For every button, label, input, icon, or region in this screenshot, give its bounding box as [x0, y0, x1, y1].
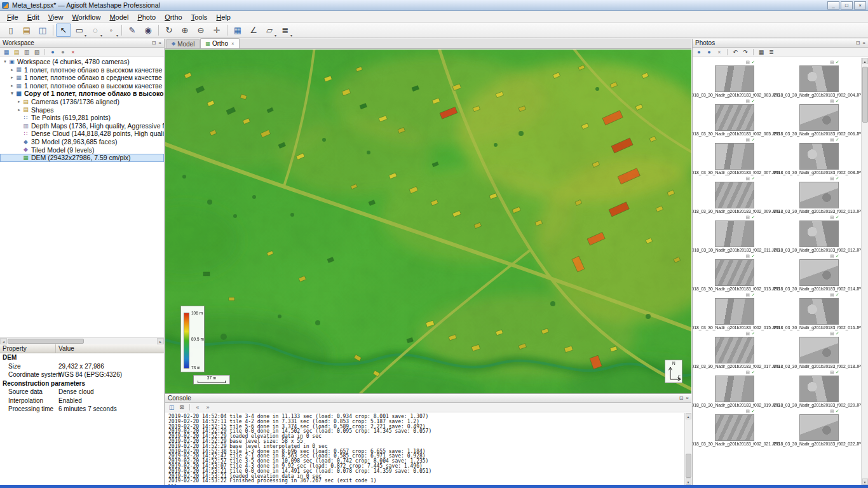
tree-item[interactable]: ∷Dense Cloud (144,818,428 points, High q…: [0, 130, 164, 138]
expand-arrow-icon[interactable]: ▾: [2, 58, 8, 66]
menu-photo[interactable]: Photo: [133, 12, 160, 22]
photo-thumbnail[interactable]: [715, 143, 754, 170]
expand-arrow-icon[interactable]: ▸: [9, 74, 15, 82]
import-button[interactable]: ▥: [22, 48, 31, 57]
tree-item[interactable]: ▾▦Copy of 1 полет, плотное облако в высо…: [0, 90, 164, 98]
photo-thumbnail[interactable]: [799, 376, 839, 402]
photo-item[interactable]: ▤✓2018_03_30_Nadir_g201b20183_f002_004.J…: [777, 60, 861, 97]
menu-file[interactable]: File: [3, 12, 23, 22]
tree-item[interactable]: ◆3D Model (28,963,685 faces): [0, 138, 164, 146]
menu-ortho[interactable]: Ortho: [160, 12, 187, 22]
view-mode-button[interactable]: ▦: [757, 48, 766, 57]
tree-item[interactable]: ∷Tie Points (619,281 points): [0, 114, 164, 122]
photo-thumbnail[interactable]: [715, 220, 754, 247]
menu-workflow[interactable]: Workflow: [67, 12, 105, 22]
rotate-left-button[interactable]: ↶: [731, 48, 740, 57]
photo-thumbnail[interactable]: [715, 337, 754, 363]
scrollbar-thumb[interactable]: [8, 339, 84, 344]
expand-arrow-icon[interactable]: ▸: [16, 106, 22, 114]
tab-ortho[interactable]: ▦Ortho×: [200, 38, 239, 48]
rect-select-button[interactable]: ▭▾: [72, 24, 87, 37]
ortho-view[interactable]: 106 m 89.5 m 73 m 37 m N E: [165, 50, 691, 393]
close-panel-icon[interactable]: ×: [862, 40, 865, 46]
align-button[interactable]: ●: [48, 48, 57, 57]
dropdown-arrow-icon[interactable]: ▾: [275, 33, 276, 37]
remove-photo-button[interactable]: ×: [715, 48, 724, 57]
tree-item[interactable]: ▦DEM (29432x27986, 7.59 cm/pix): [0, 154, 164, 162]
scroll-up-icon[interactable]: ▴: [686, 413, 691, 419]
workspace-horizontal-scrollbar[interactable]: ◂ ▸: [0, 337, 164, 344]
photo-item[interactable]: ▤✓2018_03_30_Nadir_g201b20183_f002_012.J…: [777, 215, 861, 252]
layers-button[interactable]: ≣▾: [278, 24, 293, 37]
photo-thumbnail[interactable]: [799, 337, 839, 363]
zoom-out-button[interactable]: ⊖: [193, 24, 208, 37]
dropdown-arrow-icon[interactable]: ▾: [290, 33, 292, 37]
expand-arrow-icon[interactable]: ▸: [16, 98, 22, 106]
photo-item[interactable]: ▤✓2018_03_30_Nadir_g201b20183_f002_013.J…: [693, 254, 776, 291]
tree-item[interactable]: ▸▦1 полет, плотное облако в высоком каче…: [0, 66, 164, 74]
photo-thumbnail[interactable]: [715, 182, 754, 208]
photo-item[interactable]: ▤✓2018_03_30_Nadir_g201b20183_f002_018.J…: [777, 331, 861, 369]
photo-thumbnail[interactable]: [799, 414, 839, 441]
photo-thumbnail[interactable]: [799, 259, 839, 286]
photo-item[interactable]: ▤✓2018_03_30_Nadir_g201b20183_f002_014.J…: [777, 254, 861, 291]
photo-item[interactable]: ▤✓2018_03_30_Nadir_g201b20183_f002_017.J…: [693, 331, 776, 369]
scroll-down-icon[interactable]: ▾: [862, 478, 868, 485]
tree-item[interactable]: ▾▣Workspace (4 chunks, 4780 cameras): [0, 58, 164, 66]
shapes-button[interactable]: ▱▾: [262, 24, 277, 37]
menu-model[interactable]: Model: [105, 12, 133, 22]
save-button[interactable]: ◫: [35, 24, 50, 37]
photo-thumbnail[interactable]: [715, 298, 754, 325]
ruler-button[interactable]: ∠: [246, 24, 261, 37]
export-button[interactable]: ▧: [32, 48, 41, 57]
float-panel-icon[interactable]: ⊡: [679, 395, 684, 401]
maximize-button[interactable]: □: [841, 1, 853, 10]
pointer-button[interactable]: ↖: [56, 24, 71, 37]
photo-item[interactable]: ▤✓2018_03_30_Nadir_g201b20183_f002_021.J…: [693, 409, 776, 446]
dropdown-arrow-icon[interactable]: ▾: [116, 33, 118, 37]
dock-right-button[interactable]: »: [203, 403, 212, 412]
show-images-button[interactable]: ▦: [230, 24, 245, 37]
console-scrollbar[interactable]: ▴ ▾: [684, 413, 691, 485]
open-photo-button[interactable]: ●: [695, 48, 703, 57]
edit-photo-button[interactable]: ●: [705, 48, 714, 57]
close-tab-icon[interactable]: ×: [231, 41, 234, 46]
tree-item[interactable]: ▸▤Shapes: [0, 106, 164, 114]
rotate-right-button[interactable]: ↷: [741, 48, 750, 57]
freeform-select-button[interactable]: ◦▾: [104, 24, 119, 37]
photo-item[interactable]: ▤✓2018_03_30_Nadir_g201b20183_f002_011.J…: [693, 215, 776, 252]
photo-item[interactable]: ▤✓2018_03_30_Nadir_g201b20183_f002_005.J…: [693, 98, 776, 136]
photo-thumbnail[interactable]: [715, 376, 754, 402]
scrollbar-thumb[interactable]: [862, 67, 868, 123]
photo-item[interactable]: ▤✓2018_03_30_Nadir_g201b20183_f002_003.J…: [693, 60, 776, 97]
photo-thumbnail[interactable]: [715, 414, 754, 441]
tree-item[interactable]: ▸▤Cameras (1736/1736 aligned): [0, 98, 164, 106]
photo-thumbnail[interactable]: [799, 65, 839, 92]
photo-thumbnail[interactable]: [715, 65, 754, 92]
float-panel-icon[interactable]: ⊡: [152, 40, 156, 46]
navigation-button[interactable]: ✛: [209, 24, 224, 37]
photo-item[interactable]: ▤✓2018_03_30_Nadir_g201b20183_f002_022.J…: [777, 409, 861, 446]
save-log-button[interactable]: ◫: [167, 403, 176, 412]
photo-thumbnail[interactable]: [799, 220, 839, 247]
zoom-in-button[interactable]: ⊕: [177, 24, 193, 37]
details-button[interactable]: ≣: [767, 48, 776, 57]
tree-item[interactable]: ◆Tiled Model (9 levels): [0, 146, 164, 154]
dropdown-arrow-icon[interactable]: ▾: [100, 33, 102, 37]
photo-item[interactable]: ▤✓2018_03_30_Nadir_g201b20183_f002_010.J…: [777, 176, 861, 214]
menu-help[interactable]: Help: [212, 12, 235, 22]
photo-thumbnail[interactable]: [715, 104, 754, 131]
minimize-button[interactable]: _: [827, 1, 839, 10]
expand-arrow-icon[interactable]: ▸: [9, 66, 15, 74]
photo-item[interactable]: ▤✓2018_03_30_Nadir_g201b20183_f002_019.J…: [693, 370, 776, 407]
float-panel-icon[interactable]: ⊡: [856, 40, 860, 46]
add-photos-button[interactable]: ▤: [12, 48, 21, 57]
console-log[interactable]: 2019-02-20 14:52:04 tile 3-4 done in 11.…: [165, 413, 684, 485]
photo-item[interactable]: ▤✓2018_03_30_Nadir_g201b20183_f002_006.J…: [777, 98, 861, 136]
photo-item[interactable]: ▤✓2018_03_30_Nadir_g201b20183_f002_008.J…: [777, 137, 861, 175]
photo-item[interactable]: ▤✓2018_03_30_Nadir_g201b20183_f002_009.J…: [693, 176, 776, 214]
photo-thumbnail[interactable]: [799, 298, 839, 325]
photo-item[interactable]: ▤✓2018_03_30_Nadir_g201b20183_f002_020.J…: [777, 370, 861, 407]
tab-model[interactable]: ◆Model: [166, 39, 200, 48]
ellipse-select-button[interactable]: ◌▾: [88, 24, 103, 37]
